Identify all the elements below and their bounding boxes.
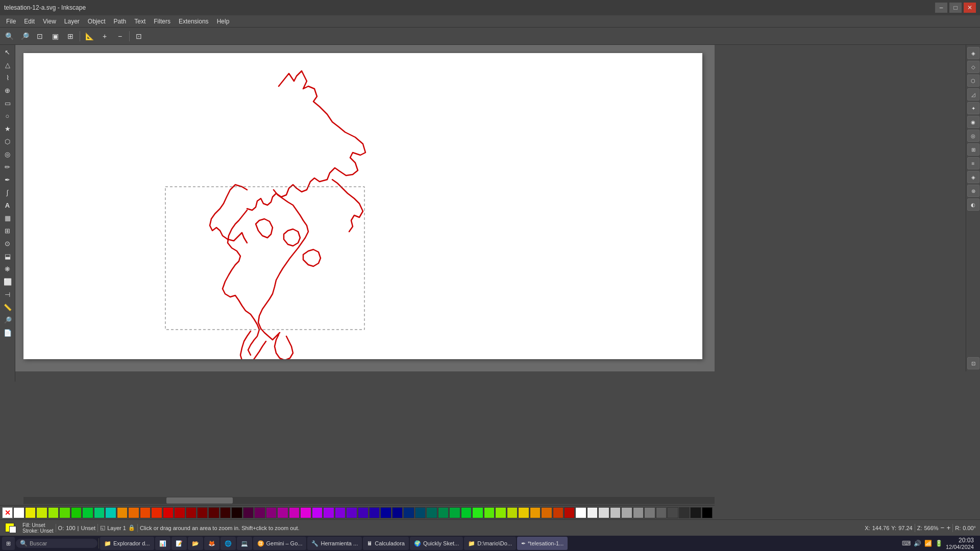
palette-color-38[interactable] (449, 507, 460, 518)
taskbar-inkscape[interactable]: ✒ *telesation-1... (517, 537, 568, 550)
palette-color-6[interactable] (82, 507, 93, 518)
palette-color-57[interactable] (667, 507, 678, 518)
tool-measure[interactable]: 📏 (1, 301, 14, 313)
palette-color-36[interactable] (426, 507, 437, 518)
close-button[interactable]: ✕ (964, 3, 976, 13)
palette-color-54[interactable] (633, 507, 644, 518)
right-panel-icon-12[interactable]: ◐ (967, 198, 979, 211)
right-panel-icon-4[interactable]: ◿ (967, 88, 979, 101)
palette-color-11[interactable] (140, 507, 151, 518)
taskbar-app-explorer[interactable]: 📁 Explorador d... (100, 537, 154, 550)
palette-color-29[interactable] (346, 507, 357, 518)
menu-filters[interactable]: Filters (150, 17, 175, 26)
palette-color-34[interactable] (403, 507, 414, 518)
snap-button[interactable]: ⊡ (132, 30, 146, 43)
palette-color-17[interactable] (208, 507, 219, 518)
horizontal-scrollbar[interactable] (23, 497, 715, 504)
right-panel-icon-9[interactable]: ≡ (967, 157, 979, 169)
minimize-button[interactable]: – (935, 3, 947, 13)
tool-3dbox[interactable]: ⬡ (1, 135, 14, 147)
palette-color-59[interactable] (690, 507, 701, 518)
maximize-button[interactable]: □ (949, 3, 962, 13)
menu-path[interactable]: Path (110, 17, 131, 26)
palette-color-30[interactable] (358, 507, 369, 518)
palette-color-39[interactable] (461, 507, 472, 518)
canvas-area[interactable] (15, 45, 715, 371)
right-panel-icon-5[interactable]: ✦ (967, 102, 979, 114)
taskbar-app-4[interactable]: 📂 (188, 537, 203, 550)
palette-color-55[interactable] (644, 507, 655, 518)
menu-help[interactable]: Help (213, 17, 234, 26)
palette-color-15[interactable] (186, 507, 197, 518)
palette-color-31[interactable] (369, 507, 380, 518)
start-button[interactable]: ⊞ (2, 537, 15, 550)
zoom-drawing-button[interactable]: 📐 (82, 30, 96, 43)
tool-star[interactable]: ★ (1, 122, 14, 135)
palette-color-48[interactable] (564, 507, 575, 518)
palette-color-47[interactable] (553, 507, 564, 518)
tool-eraser[interactable]: ⬜ (1, 276, 14, 288)
palette-color-37[interactable] (438, 507, 449, 518)
zoom-in-button[interactable]: 🔍 (2, 30, 16, 43)
right-panel-icon-1[interactable]: ◈ (967, 47, 979, 59)
palette-color-21[interactable] (254, 507, 265, 518)
tool-pencil[interactable]: ✏ (1, 161, 14, 173)
tool-paint-bucket[interactable]: ⬓ (1, 250, 14, 262)
tool-rect[interactable]: ▭ (1, 97, 14, 109)
palette-color-53[interactable] (621, 507, 632, 518)
taskbar-explorer2[interactable]: 📁 D:\mario\Do... (464, 537, 516, 550)
tool-pages[interactable]: 📄 (1, 327, 14, 339)
palette-color-23[interactable] (277, 507, 288, 518)
palette-color-42[interactable] (495, 507, 506, 518)
palette-color-20[interactable] (243, 507, 254, 518)
palette-color-1[interactable] (25, 507, 36, 518)
palette-color-24[interactable] (289, 507, 300, 518)
palette-color-5[interactable] (71, 507, 82, 518)
hscroll-thumb[interactable] (166, 497, 233, 504)
palette-color-9[interactable] (117, 507, 128, 518)
palette-color-41[interactable] (484, 507, 495, 518)
taskbar-calculator[interactable]: 🖩 Calculadora (363, 537, 409, 550)
menu-extensions[interactable]: Extensions (175, 17, 213, 26)
palette-color-2[interactable] (36, 507, 47, 518)
right-panel-icon-6[interactable]: ◉ (967, 116, 979, 128)
palette-color-49[interactable] (575, 507, 586, 518)
tool-find[interactable]: 🔎 (1, 314, 14, 326)
zoom-page-button[interactable]: ▣ (48, 30, 62, 43)
palette-color-10[interactable] (128, 507, 139, 518)
menu-view[interactable]: View (39, 17, 60, 26)
right-panel-icon-bottom[interactable]: ⊡ (967, 357, 979, 369)
zoom-selection-button[interactable]: ⊞ (63, 30, 78, 43)
taskbar-app-3[interactable]: 📝 (172, 537, 187, 550)
palette-color-22[interactable] (266, 507, 277, 518)
tool-node-editor[interactable]: △ (1, 59, 14, 71)
right-panel-icon-3[interactable]: ⬡ (967, 74, 979, 87)
palette-color-8[interactable] (105, 507, 116, 518)
tool-calligraphy[interactable]: ∫ (1, 186, 14, 198)
zoom-out-button[interactable]: 🔎 (17, 30, 32, 43)
tool-zoom[interactable]: ⊕ (1, 84, 14, 96)
tool-gradient[interactable]: ▦ (1, 212, 14, 224)
menu-file[interactable]: File (2, 17, 20, 26)
palette-color-19[interactable] (231, 507, 242, 518)
zoom-increase-button[interactable]: + (946, 524, 950, 532)
palette-color-60[interactable] (702, 507, 713, 518)
palette-color-13[interactable] (163, 507, 174, 518)
menu-object[interactable]: Object (84, 17, 110, 26)
tool-ellipse[interactable]: ○ (1, 110, 14, 122)
right-panel-icon-11[interactable]: ⊛ (967, 185, 979, 197)
taskbar-gemini[interactable]: ♊ Gemini – Go... (253, 537, 307, 550)
tool-text[interactable]: A (1, 199, 14, 211)
tool-connector[interactable]: ⊣ (1, 288, 14, 300)
taskbar-vscode[interactable]: 💻 (237, 537, 252, 550)
palette-color-58[interactable] (679, 507, 690, 518)
taskbar-tool[interactable]: 🔧 Herramienta ... (307, 537, 362, 550)
palette-color-25[interactable] (300, 507, 311, 518)
zoom-in-toolbar[interactable]: + (97, 30, 112, 43)
tool-tweak[interactable]: ⌇ (1, 71, 14, 84)
right-panel-icon-7[interactable]: ◎ (967, 130, 979, 142)
palette-color-32[interactable] (380, 507, 391, 518)
palette-color-27[interactable] (323, 507, 334, 518)
palette-color-12[interactable] (151, 507, 162, 518)
tool-spray[interactable]: ❋ (1, 263, 14, 275)
